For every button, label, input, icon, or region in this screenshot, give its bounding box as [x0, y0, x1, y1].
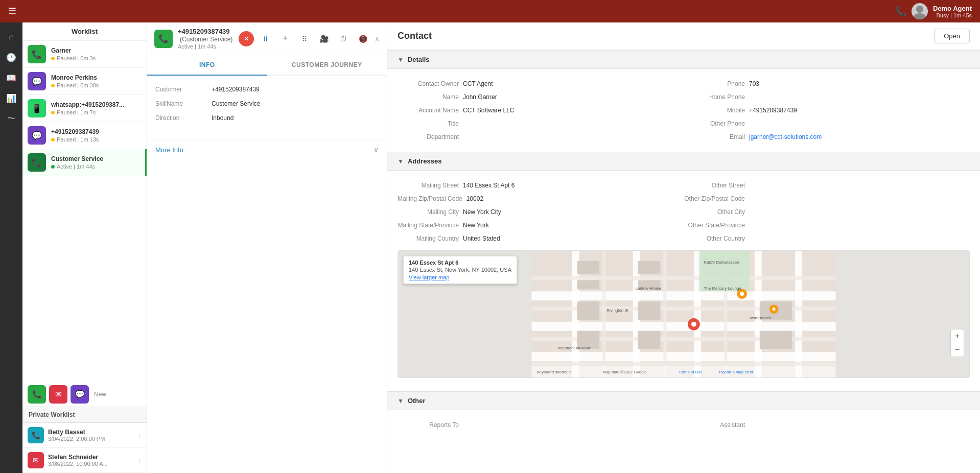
addresses-section-header[interactable]: ▼ Addresses	[387, 152, 980, 171]
private-arrow-stefan[interactable]: ↑	[138, 457, 142, 464]
video-btn[interactable]: 🎥	[316, 31, 332, 46]
private-date-betty: 3/04/2022, 2:00:00 PM	[48, 436, 134, 442]
contact-title: Contact	[398, 31, 432, 41]
call-header-info: +4915209387439 (Customer Service) Active…	[178, 28, 234, 50]
hold-btn[interactable]: ⏸	[258, 31, 273, 46]
detail-value-account: CCT Software LLC	[463, 107, 514, 114]
sidebar-item-home[interactable]: ⌂	[2, 28, 20, 46]
call-info-body: Customer +4915209387439 SkillName Custom…	[147, 76, 387, 139]
hamburger-icon[interactable]: ☰	[8, 6, 16, 17]
agent-status: Busy | 1m 45s	[933, 12, 972, 18]
svg-text:Rivington St: Rivington St	[606, 308, 629, 313]
contact-panel: Contact Open ▼ Details Contact Owner CCT…	[387, 22, 980, 473]
item-name-monroe: Monroe Perkins	[51, 74, 142, 81]
detail-label-title: Title	[398, 120, 459, 127]
tab-customer-journey[interactable]: CUSTOMER JOURNEY	[267, 55, 387, 75]
new-email-btn[interactable]: ✉	[49, 385, 67, 404]
item-status-garner: Paused | 0m 3s	[51, 55, 142, 61]
detail-value-phone: 703	[749, 80, 759, 87]
details-section-body: Contact Owner CCT Agent Name John Garner…	[387, 69, 980, 152]
main-layout: ⌂ 🕐 📖 📊 〜 Worklist 📞 Garner Paused | 0m …	[0, 22, 980, 473]
view-larger-map-link[interactable]: View larger map	[409, 274, 511, 280]
mailing-country-value: United Stated	[463, 235, 500, 242]
other-section-header[interactable]: ▼ Other	[387, 391, 980, 410]
svg-rect-11	[795, 251, 802, 377]
item-icon-whatsapp: 📱	[28, 99, 46, 117]
new-chat-btn[interactable]: 💬	[71, 385, 89, 404]
sidebar-item-chart[interactable]: 📊	[2, 89, 20, 107]
more-info-bar[interactable]: More Info ∨	[147, 139, 387, 160]
status-dot-phone2	[51, 138, 55, 141]
item-info-garner: Garner Paused | 0m 3s	[51, 47, 142, 61]
detail-row-title: Title	[398, 117, 684, 130]
mailing-city-value: New York City	[463, 208, 501, 216]
item-name-garner: Garner	[51, 47, 142, 54]
tab-info[interactable]: INFO	[147, 55, 267, 76]
item-status-cs: Active | 1m 44s	[51, 163, 140, 170]
customer-value: +4915209387439	[212, 86, 260, 93]
zoom-out-btn[interactable]: −	[951, 343, 964, 357]
other-country-label: Other Country	[684, 235, 745, 242]
detail-value-name: John Garner	[463, 93, 497, 101]
open-button[interactable]: Open	[934, 29, 970, 43]
details-right-col: Phone 703 Home Phone Mobile +49152093874…	[684, 77, 970, 144]
timer-btn[interactable]: ⏱	[336, 31, 351, 46]
mailing-state-value: New York	[463, 222, 489, 229]
sidebar-item-book[interactable]: 📖	[2, 68, 20, 87]
detail-row-name: Name John Garner	[398, 90, 684, 104]
mailing-street-row: Mailing Street 140 Essex St Apt 6	[398, 179, 684, 192]
other-section-label: Other	[408, 397, 426, 405]
svg-point-1	[914, 13, 926, 19]
mailing-state-row: Mailing State/Province New York	[398, 219, 684, 232]
item-icon-monroe: 💬	[28, 72, 46, 90]
private-icon-stefan: ✉	[28, 452, 44, 468]
call-tabs: INFO CUSTOMER JOURNEY	[147, 55, 387, 76]
details-section-label: Details	[408, 56, 430, 63]
mailing-street-value: 140 Essex St Apt 6	[463, 182, 515, 189]
worklist-item-garner[interactable]: 📞 Garner Paused | 0m 3s	[22, 41, 147, 68]
detail-row-dept: Department	[398, 130, 684, 144]
assistant-row: Assistant	[684, 418, 970, 432]
details-section-header[interactable]: ▼ Details	[387, 50, 980, 69]
worklist-item-phone2[interactable]: 💬 +4915209387439 Paused | 1m 13s	[22, 122, 147, 149]
call-number-text: +4915209387439	[178, 28, 230, 35]
agent-info: Demo Agent Busy | 1m 45s	[933, 5, 972, 18]
detail-label-otherphone: Other Phone	[684, 120, 745, 127]
svg-rect-24	[577, 301, 600, 320]
add-participant-btn[interactable]: +	[277, 31, 293, 46]
customer-label: Customer	[155, 86, 212, 93]
item-icon-garner: 📞	[28, 45, 46, 63]
detail-row-otherphone: Other Phone	[684, 117, 970, 130]
details-arrow-icon: ▼	[398, 56, 404, 63]
topbar: ☰ 📞 Demo Agent Busy | 1m 45s	[0, 0, 980, 22]
private-item-betty[interactable]: 📞 Betty Basset 3/04/2022, 2:00:00 PM ↑	[22, 423, 147, 448]
map-popup: 140 Essex St Apt 6 140 Essex St, New Yor…	[403, 256, 517, 284]
item-name-cs: Customer Service	[51, 155, 140, 162]
topbar-right: 📞 Demo Agent Busy | 1m 45s	[895, 3, 972, 19]
detail-row-email: Email jgarner@cct-solutions.com	[684, 130, 970, 144]
call-header: 📞 +4915209387439 (Customer Service) Acti…	[147, 22, 387, 55]
zoom-in-btn[interactable]: +	[951, 329, 964, 343]
other-street-row: Other Street	[684, 179, 970, 192]
detail-row-phone: Phone 703	[684, 77, 970, 90]
expand-icon[interactable]: ∧	[375, 35, 380, 43]
private-item-stefan[interactable]: ✉ Stefan Schneider 3/08/2022, 10:00:00 A…	[22, 448, 147, 473]
detail-label-mobile: Mobile	[684, 107, 745, 114]
call-skill-text: (Customer Service)	[180, 36, 232, 43]
sidebar-item-history[interactable]: 🕐	[2, 48, 20, 66]
private-arrow-betty[interactable]: ↑	[138, 432, 142, 439]
svg-rect-18	[531, 362, 835, 366]
sidebar-item-trend[interactable]: 〜	[2, 109, 20, 128]
detail-label-phone: Phone	[684, 80, 745, 87]
keypad-btn[interactable]: ⠿	[297, 31, 312, 46]
hangup-btn[interactable]: 📵	[355, 31, 370, 46]
worklist-item-cs[interactable]: 📞 Customer Service Active | 1m 44s	[22, 149, 147, 176]
new-phone-btn[interactable]: 📞	[28, 385, 46, 404]
direction-label: Direction	[155, 114, 212, 122]
worklist-item-monroe[interactable]: 💬 Monroe Perkins Paused | 0m 38s	[22, 68, 147, 95]
end-call-btn[interactable]: ✕	[239, 31, 254, 46]
call-info-row-direction: Direction Inbound	[155, 114, 379, 122]
svg-rect-29	[760, 331, 792, 349]
map-popup-address: 140 Essex St, New York, NY 10002, USA	[409, 267, 511, 273]
worklist-item-whatsapp[interactable]: 📱 whatsapp:+4915209387... Paused | 1m 7s	[22, 95, 147, 122]
